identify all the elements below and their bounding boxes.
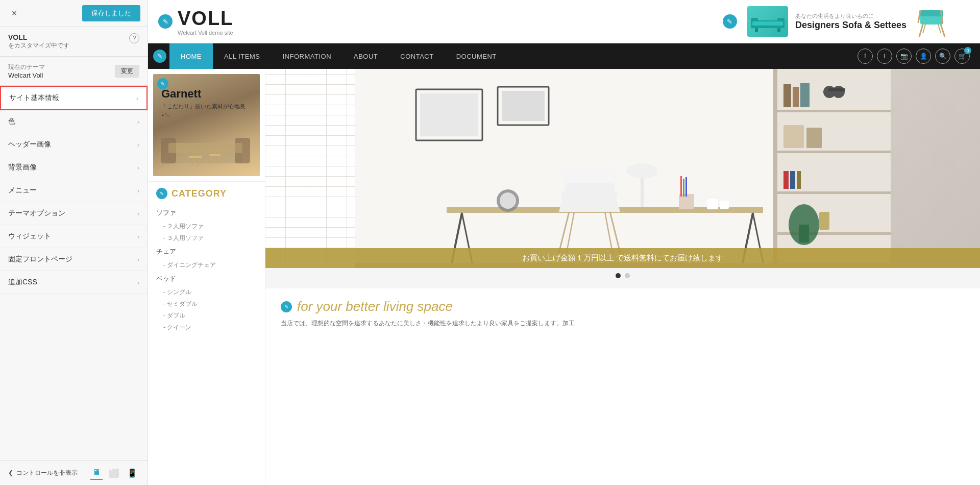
subcategory-2-3[interactable]: クイーン: [156, 322, 257, 333]
chevron-icon-7: ›: [137, 256, 139, 263]
content-sidebar: Garnett 「こだわり」抜いた素材が心地良い。: [148, 69, 265, 485]
menu-item-0[interactable]: サイト基本情報›: [0, 86, 148, 110]
hide-controls-button[interactable]: ❮ コントロールを非表示: [8, 469, 78, 477]
user-icon[interactable]: 👤: [916, 48, 931, 64]
cart-icon[interactable]: 🛒 0: [954, 48, 970, 64]
hero-dot-1[interactable]: [616, 273, 621, 278]
twitter-icon[interactable]: t: [877, 48, 892, 64]
panel-site-name: VOLL: [8, 33, 69, 41]
help-icon[interactable]: ?: [129, 33, 139, 43]
category-edit-button[interactable]: ✎: [156, 188, 167, 199]
cart-badge: 0: [964, 47, 971, 54]
tablet-icon[interactable]: ⬜: [107, 466, 121, 480]
svg-rect-47: [790, 171, 795, 189]
tagline-desc: 当店では、理想的な空間を追求するあなたに美しさ・機能性を追求したより良い家具をご…: [281, 319, 965, 328]
close-button[interactable]: ×: [7, 6, 21, 20]
category-1[interactable]: チェア: [156, 244, 257, 259]
menu-item-2[interactable]: ヘッダー画像›: [0, 133, 148, 156]
svg-line-11: [938, 25, 941, 33]
menu-item-5[interactable]: テーマオプション›: [0, 202, 148, 225]
chevron-icon-0: ›: [136, 94, 138, 102]
subcategory-0-1[interactable]: ３人用ソファ: [156, 232, 257, 244]
site-content: Garnett 「こだわり」抜いた素材が心地良い。: [148, 69, 980, 485]
menu-item-4[interactable]: メニュー›: [0, 179, 148, 202]
site-preview: ✎ VOLL Welcart Voll demo site ✎: [148, 0, 980, 485]
banner-chair-image: [914, 5, 960, 38]
tagline-edit-button[interactable]: ✎: [281, 301, 292, 312]
mobile-icon[interactable]: 📱: [125, 466, 139, 480]
chair-svg: [915, 5, 959, 38]
search-icon[interactable]: 🔍: [935, 48, 950, 64]
menu-item-7[interactable]: 固定フロントページ›: [0, 248, 148, 271]
nav-item-information[interactable]: INFORMATION: [271, 43, 342, 69]
theme-row: 現在のテーマ Welcart Voll 変更: [0, 57, 148, 86]
subcategory-2-2[interactable]: ダブル: [156, 310, 257, 322]
theme-name: Welcart Voll: [8, 71, 45, 79]
logo-edit-button[interactable]: ✎: [158, 14, 173, 29]
svg-rect-29: [502, 91, 545, 121]
svg-rect-5: [777, 28, 780, 32]
theme-change-button[interactable]: 変更: [115, 65, 139, 78]
site-nav: ✎ HOMEALL ITEMSINFORMATIONABOUTCONTACTDO…: [148, 43, 980, 69]
instagram-icon[interactable]: 📷: [896, 48, 912, 64]
subcategory-1-0[interactable]: ダイニングチェア: [156, 259, 257, 271]
chevron-icon-5: ›: [137, 210, 139, 217]
svg-rect-57: [561, 168, 618, 183]
svg-line-13: [918, 10, 920, 23]
saved-button[interactable]: 保存しました: [82, 5, 140, 21]
featured-img-wrap: Garnett 「こだわり」抜いた素材が心地良い。: [153, 74, 260, 176]
tagline-edit-row: ✎ for your better living space: [281, 299, 965, 314]
hide-controls-label: コントロールを非表示: [16, 469, 78, 477]
category-title: CATEGORY: [172, 188, 227, 199]
hero-dot-2[interactable]: [625, 273, 630, 278]
svg-rect-21: [209, 154, 220, 156]
menu-item-label-6: ウィジェット: [8, 232, 51, 241]
panel-bottom: ❮ コントロールを非表示 🖥 ⬜ 📱: [0, 460, 148, 485]
panel-site-sub: をカスタマイズ中です: [8, 41, 69, 50]
sofa-svg: [750, 10, 786, 33]
svg-rect-7: [920, 10, 943, 16]
desktop-icon[interactable]: 🖥: [90, 466, 103, 480]
subcategory-2-0[interactable]: シングル: [156, 286, 257, 298]
menu-item-8[interactable]: 追加CSS›: [0, 271, 148, 294]
theme-info: 現在のテーマ Welcart Voll: [8, 63, 45, 79]
chevron-left-icon: ❮: [8, 469, 13, 476]
nav-item-home[interactable]: HOME: [169, 43, 213, 69]
menu-item-3[interactable]: 背景画像›: [0, 156, 148, 179]
svg-rect-32: [773, 110, 891, 112]
svg-rect-34: [773, 191, 891, 194]
category-2[interactable]: ベッド: [156, 271, 257, 286]
menu-item-label-5: テーマオプション: [8, 209, 65, 218]
svg-rect-69: [685, 177, 687, 197]
subcategory-0-0[interactable]: ２人用ソファ: [156, 221, 257, 232]
category-0[interactable]: ソファ: [156, 205, 257, 221]
site-tagline-section: ✎ for your better living space 当店では、理想的な…: [265, 288, 980, 333]
banner-sofa-image: [747, 6, 788, 37]
header-edit-button[interactable]: ✎: [723, 14, 737, 29]
featured-edit-button[interactable]: ✎: [157, 78, 168, 89]
banner-sub-text: あなたの生活をより良いものに: [795, 12, 906, 20]
nav-item-contact[interactable]: CONTACT: [389, 43, 445, 69]
svg-rect-18: [189, 156, 202, 158]
panel-top-bar: × 保存しました: [0, 0, 148, 27]
nav-edit-button[interactable]: ✎: [153, 50, 166, 63]
menu-items-container: サイト基本情報›色›ヘッダー画像›背景画像›メニュー›テーマオプション›ウィジェ…: [0, 86, 148, 294]
subcategory-2-1[interactable]: セミダブル: [156, 298, 257, 310]
menu-item-1[interactable]: 色›: [0, 110, 148, 133]
panel-site-details: VOLL をカスタマイズ中です: [8, 33, 69, 50]
nav-item-all-items[interactable]: ALL ITEMS: [213, 43, 271, 69]
svg-rect-48: [797, 171, 801, 189]
nav-item-about[interactable]: ABOUT: [342, 43, 389, 69]
svg-rect-27: [420, 93, 478, 136]
svg-rect-4: [755, 28, 758, 32]
facebook-icon[interactable]: f: [857, 48, 873, 64]
menu-item-label-7: 固定フロントページ: [8, 255, 72, 264]
svg-rect-68: [683, 179, 684, 197]
customizer-panel: × 保存しました VOLL をカスタマイズ中です ? 現在のテーマ Welcar…: [0, 0, 148, 485]
menu-item-6[interactable]: ウィジェット›: [0, 225, 148, 248]
svg-line-9: [941, 25, 945, 37]
logo-text: VOLL: [178, 8, 233, 30]
chevron-icon-4: ›: [137, 187, 139, 195]
nav-item-document[interactable]: DOCUMENT: [445, 43, 508, 69]
svg-rect-46: [783, 171, 789, 189]
